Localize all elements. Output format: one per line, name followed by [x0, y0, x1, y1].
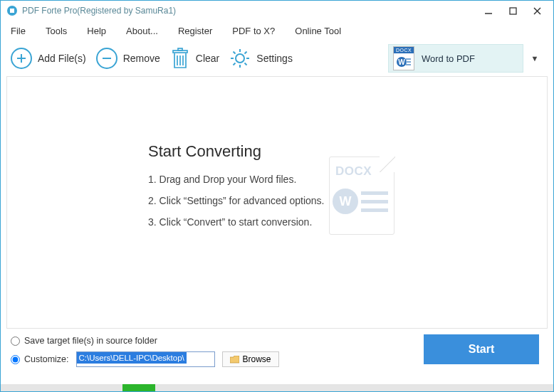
- menu-about[interactable]: About...: [126, 26, 158, 36]
- settings-label: Settings: [256, 53, 293, 64]
- close-button[interactable]: [532, 6, 542, 16]
- customize-radio-input[interactable]: [11, 355, 20, 364]
- minus-icon: [96, 48, 117, 69]
- menu-pdf-to-x[interactable]: PDF to X?: [232, 26, 275, 36]
- add-file-button[interactable]: Add File(s): [11, 48, 86, 69]
- save-in-source-label: Save target file(s) in source folder: [24, 336, 157, 346]
- window-title: PDF Forte Pro(Registered by SamuRa1): [22, 6, 484, 16]
- menu-help[interactable]: Help: [87, 26, 106, 36]
- settings-button[interactable]: Settings: [229, 48, 293, 69]
- svg-line-21: [245, 52, 247, 54]
- add-file-label: Add File(s): [38, 53, 86, 64]
- instruction-step-1: 1. Drag and Drop your Word files.: [148, 174, 324, 185]
- start-label: Start: [469, 343, 494, 356]
- remove-label: Remove: [123, 53, 160, 64]
- output-path-value: C:\Users\DELL-IPC\Desktop\: [77, 352, 187, 364]
- mode-dropdown-caret[interactable]: ▼: [528, 54, 542, 63]
- svg-line-18: [234, 52, 236, 54]
- docx-icon: DOCX W: [393, 46, 414, 70]
- toolbar: Add File(s) Remove Clear Settings DOCX W…: [1, 41, 553, 76]
- instruction-step-3: 3. Click “Convert” to start conversion.: [148, 216, 324, 228]
- menu-tools[interactable]: Tools: [46, 26, 67, 36]
- mode-selector[interactable]: DOCX W Word to PDF ▼: [388, 44, 542, 73]
- file-drop-area[interactable]: DOCX W Start Converting 1. Drag and Drop…: [6, 76, 548, 329]
- titlebar: PDF Forte Pro(Registered by SamuRa1): [1, 1, 553, 21]
- svg-rect-25: [406, 61, 411, 63]
- trash-icon: [170, 48, 190, 69]
- svg-line-20: [234, 63, 236, 65]
- menu-register[interactable]: Register: [178, 26, 212, 36]
- maximize-button[interactable]: [508, 6, 518, 16]
- docx-watermark-icon: DOCX W: [329, 157, 394, 235]
- svg-rect-26: [406, 64, 411, 65]
- progress-fill: [122, 384, 156, 391]
- browse-label: Browse: [243, 354, 271, 364]
- clear-button[interactable]: Clear: [170, 48, 219, 69]
- menu-file[interactable]: File: [11, 26, 26, 36]
- app-logo-icon: [6, 5, 18, 16]
- customize-radio[interactable]: Customize:: [11, 354, 69, 364]
- remove-button[interactable]: Remove: [96, 48, 160, 69]
- browse-button[interactable]: Browse: [222, 351, 279, 367]
- progress-bar: [1, 384, 553, 391]
- folder-icon: [230, 356, 239, 364]
- gear-icon: [229, 48, 251, 69]
- plus-icon: [11, 48, 32, 69]
- clear-label: Clear: [196, 53, 219, 64]
- output-path-input[interactable]: C:\Users\DELL-IPC\Desktop\: [76, 351, 215, 367]
- svg-rect-2: [510, 8, 516, 14]
- save-in-source-radio-input[interactable]: [11, 337, 20, 346]
- mode-label: Word to PDF: [422, 53, 475, 64]
- instructions-panel: Start Converting 1. Drag and Drop your W…: [148, 142, 324, 238]
- svg-rect-9: [178, 48, 182, 51]
- menubar: File Tools Help About... Register PDF to…: [1, 21, 553, 41]
- svg-text:W: W: [398, 58, 405, 66]
- start-button[interactable]: Start: [424, 334, 539, 364]
- instructions-heading: Start Converting: [148, 142, 324, 161]
- customize-label: Customize:: [24, 354, 69, 364]
- svg-rect-24: [406, 58, 411, 60]
- svg-line-19: [245, 63, 247, 65]
- svg-point-13: [236, 54, 244, 63]
- instruction-step-2: 2. Click “Settings” for advanced options…: [148, 195, 324, 206]
- menu-online-tool[interactable]: Online Tool: [295, 26, 341, 36]
- minimize-button[interactable]: [484, 6, 493, 16]
